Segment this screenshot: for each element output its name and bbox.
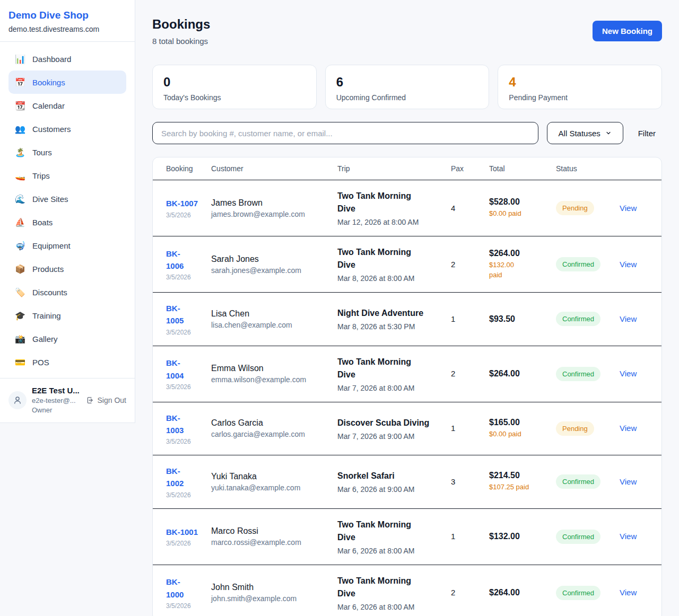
sidebar-item-discounts[interactable]: 🏷️Discounts <box>8 280 126 304</box>
actions-cell: View <box>620 180 661 236</box>
status-badge: Confirmed <box>556 312 600 326</box>
sidebar-item-products[interactable]: 📦Products <box>8 257 126 280</box>
sidebar-item-equipment[interactable]: 🤿Equipment <box>8 234 126 257</box>
booking-id-link[interactable]: BK-1003 <box>166 412 184 437</box>
pax-value: 1 <box>451 532 455 541</box>
status-cell: Confirmed <box>556 346 620 402</box>
view-link[interactable]: View <box>620 532 637 541</box>
status-cell: Pending <box>556 180 620 236</box>
status-badge: Pending <box>556 201 594 215</box>
booking-id-link[interactable]: BK-1005 <box>166 302 184 327</box>
customer-name: John Smith <box>211 583 337 592</box>
trip-title: Two Tank Morning Dive <box>337 575 430 600</box>
customer-name: Marco Rossi <box>211 526 337 536</box>
total-cell: $264.00 <box>489 346 556 402</box>
booking-date: 3/5/2026 <box>166 383 211 391</box>
actions-cell: View <box>620 346 661 402</box>
main-content: Bookings 8 total bookings New Booking 0T… <box>135 0 679 616</box>
view-link[interactable]: View <box>620 260 637 269</box>
booking-cell: BK-1004 3/5/2026 <box>153 346 211 402</box>
sidebar-item-label: Calendar <box>32 101 65 110</box>
status-filter-select[interactable]: All Statuses <box>547 122 623 144</box>
sidebar-item-calendar[interactable]: 📆Calendar <box>8 94 126 117</box>
trip-title: Two Tank Morning Dive <box>337 356 430 381</box>
booking-id-link[interactable]: BK-1004 <box>166 357 184 382</box>
calendar-icon: 📅 <box>15 77 25 87</box>
booking-id-link[interactable]: BK-1006 <box>166 248 184 272</box>
total-amount: $214.50 <box>489 471 556 480</box>
status-badge: Confirmed <box>556 586 600 600</box>
stat-value: 6 <box>336 75 478 90</box>
trip-cell: Two Tank Morning Dive Mar 6, 2026 at 8:0… <box>337 565 451 616</box>
view-link[interactable]: View <box>620 424 637 433</box>
sidebar-item-dashboard[interactable]: 📊Dashboard <box>8 47 126 71</box>
sidebar-item-tours[interactable]: 🏝️Tours <box>8 140 126 164</box>
customer-email: marco.rossi@example.com <box>211 538 337 547</box>
stat-card-upcoming-confirmed: 6Upcoming Confirmed <box>325 65 490 109</box>
filter-button[interactable]: Filter <box>632 129 662 138</box>
stat-label: Pending Payment <box>509 93 651 102</box>
sidebar-item-label: Bookings <box>32 78 65 87</box>
customer-cell: James Brown james.brown@example.com <box>211 180 337 236</box>
sidebar-item-trips[interactable]: 🚤Trips <box>8 164 126 187</box>
actions-cell: View <box>620 402 661 455</box>
paid-amount: $132.00paid <box>489 260 556 280</box>
sidebar-item-pos[interactable]: 💳POS <box>8 350 126 374</box>
paid-amount: $0.00 paid <box>489 209 556 219</box>
sign-out-button[interactable]: Sign Out <box>86 396 126 404</box>
sidebar-item-gallery[interactable]: 📸Gallery <box>8 327 126 350</box>
trip-cell: Snorkel Safari Mar 6, 2026 at 9:00 AM <box>337 455 451 509</box>
sidebar-item-label: Customers <box>32 125 71 134</box>
trip-datetime: Mar 7, 2026 at 9:00 AM <box>337 432 451 441</box>
sidebar-item-dive-sites[interactable]: 🌊Dive Sites <box>8 187 126 210</box>
page-title-block: Bookings 8 total bookings <box>152 17 210 46</box>
actions-cell: View <box>620 236 661 293</box>
trip-title: Two Tank Morning Dive <box>337 190 430 215</box>
view-link[interactable]: View <box>620 477 637 486</box>
package-icon: 📦 <box>15 264 25 274</box>
toolbar: All Statuses Filter <box>152 122 662 144</box>
total-cell: $264.00 <box>489 565 556 616</box>
booking-id-link[interactable]: BK-1001 <box>166 526 198 538</box>
sign-out-icon <box>86 396 94 404</box>
trip-datetime: Mar 8, 2026 at 5:30 PM <box>337 322 451 331</box>
view-link[interactable]: View <box>620 204 637 213</box>
sidebar-item-training[interactable]: 🎓Training <box>8 304 126 327</box>
table-row: BK-1002 3/5/2026 Yuki Tanaka yuki.tanaka… <box>153 455 661 509</box>
pax-value: 1 <box>451 314 455 323</box>
label-tag-icon: 🏷️ <box>15 287 25 297</box>
pax-cell: 4 <box>451 180 489 236</box>
sidebar-item-bookings[interactable]: 📅Bookings <box>8 71 126 94</box>
trip-cell: Two Tank Morning Dive Mar 12, 2026 at 8:… <box>337 180 451 236</box>
table-row: BK-1005 3/5/2026 Lisa Chen lisa.chen@exa… <box>153 293 661 346</box>
user-role: Owner <box>32 406 81 414</box>
booking-id-link[interactable]: BK-1002 <box>166 465 184 490</box>
bookings-table-card: BookingCustomerTripPaxTotalStatus BK-100… <box>152 157 662 616</box>
total-cell: $93.50 <box>489 293 556 346</box>
column-header-customer: Customer <box>211 157 337 180</box>
search-input[interactable] <box>152 122 538 144</box>
view-link[interactable]: View <box>620 369 637 378</box>
column-header-total: Total <box>489 157 556 180</box>
column-header-status: Status <box>556 157 620 180</box>
sidebar-item-boats[interactable]: ⛵Boats <box>8 210 126 234</box>
booking-id-link[interactable]: BK-1000 <box>166 576 184 601</box>
actions-cell: View <box>620 455 661 509</box>
booking-cell: BK-1006 3/5/2026 <box>153 236 211 293</box>
customer-email: john.smith@example.com <box>211 594 337 603</box>
view-link[interactable]: View <box>620 314 637 323</box>
view-link[interactable]: View <box>620 588 637 597</box>
trip-title: Discover Scuba Diving <box>337 417 430 429</box>
new-booking-button[interactable]: New Booking <box>593 21 662 41</box>
booking-date: 3/5/2026 <box>166 212 211 219</box>
sidebar-item-label: POS <box>32 358 49 367</box>
status-cell: Confirmed <box>556 565 620 616</box>
stat-value: 0 <box>163 75 306 90</box>
booking-cell: BK-1000 3/5/2026 <box>153 565 211 616</box>
customer-cell: Sarah Jones sarah.jones@example.com <box>211 236 337 293</box>
booking-date: 3/5/2026 <box>166 540 211 547</box>
customer-cell: Marco Rossi marco.rossi@example.com <box>211 508 337 565</box>
booking-cell: BK-1001 3/5/2026 <box>153 508 211 565</box>
sidebar-item-customers[interactable]: 👥Customers <box>8 117 126 140</box>
booking-id-link[interactable]: BK-1007 <box>166 197 198 209</box>
